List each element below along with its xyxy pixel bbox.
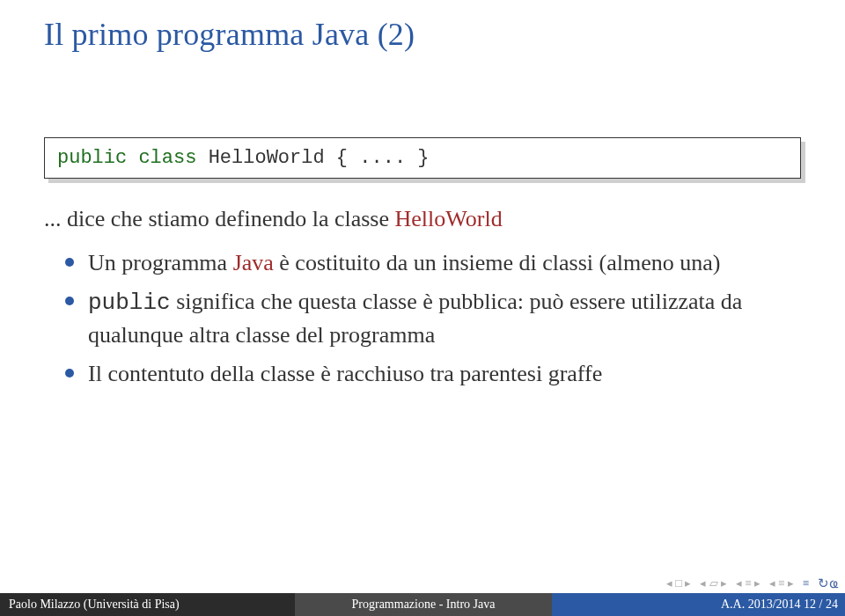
- intro-ellipsis: ...: [44, 206, 67, 231]
- content-body: ... dice che stiamo definendo la classe …: [44, 203, 801, 389]
- code-block-content: public class HelloWorld { .... }: [44, 137, 801, 179]
- list-item: public significa che questa classe è pub…: [65, 286, 801, 351]
- bullet-icon: [65, 258, 74, 267]
- slide: Il primo programma Java (2) public class…: [0, 0, 845, 616]
- bullet-list: Un programma Java è costituito da un ins…: [65, 247, 801, 390]
- nav-prev-icon[interactable]: ◂ ▱ ▸: [700, 576, 727, 590]
- intro-part1: dice che stiamo definendo la classe: [67, 206, 395, 231]
- nav-back-icon[interactable]: ◂ ≡ ▸: [736, 576, 760, 590]
- bullet-text: Il contentuto della classe è racchiuso t…: [88, 358, 602, 390]
- bullet1-tt: public: [88, 290, 171, 316]
- bullet-text: public significa che questa classe è pub…: [88, 286, 801, 351]
- nav-outline-icon[interactable]: ≡: [803, 576, 809, 590]
- slide-title: Il primo programma Java (2): [44, 0, 801, 53]
- code-rest: HelloWorld {: [196, 147, 348, 169]
- footer-page: A.A. 2013/2014 12 / 24: [552, 593, 845, 616]
- intro-line: ... dice che stiamo definendo la classe …: [44, 203, 801, 235]
- bullet1-post: significa che questa classe è pubblica: …: [88, 289, 742, 348]
- footer-title: Programmazione - Intro Java: [295, 593, 552, 616]
- bullet0-post: è costituito da un insieme di classi (al…: [274, 250, 721, 275]
- code-keyword-class: class: [138, 147, 196, 169]
- bullet2-text: Il contentuto della classe è racchiuso t…: [88, 361, 602, 386]
- bullet-text: Un programma Java è costituito da un ins…: [88, 247, 720, 279]
- list-item: Il contentuto della classe è racchiuso t…: [65, 358, 801, 390]
- bullet0-pre: Un programma: [88, 250, 233, 275]
- nav-first-icon[interactable]: ◂ □ ▸: [666, 576, 691, 590]
- bullet-icon: [65, 369, 74, 378]
- bullet-icon: [65, 297, 74, 305]
- intro-text: ... dice che stiamo definendo la classe …: [44, 203, 503, 235]
- nav-symbols: ◂ □ ▸ ◂ ▱ ▸ ◂ ≡ ▸ ◂ ≡ ▸ ≡ ↻ҩ: [666, 574, 838, 593]
- nav-fwd-icon[interactable]: ◂ ≡ ▸: [769, 576, 794, 590]
- code-keyword-public: public: [57, 147, 127, 169]
- code-block: public class HelloWorld { .... }: [44, 137, 801, 179]
- nav-loop-icon[interactable]: ↻ҩ: [818, 576, 838, 591]
- list-item: Un programma Java è costituito da un ins…: [65, 247, 801, 279]
- code-ellipsis: .... }: [348, 147, 429, 169]
- footer-author: Paolo Milazzo (Università di Pisa): [0, 593, 295, 616]
- footer: Paolo Milazzo (Università di Pisa) Progr…: [0, 593, 845, 616]
- bullet0-brand: Java: [233, 250, 274, 275]
- intro-classname: HelloWorld: [395, 206, 503, 231]
